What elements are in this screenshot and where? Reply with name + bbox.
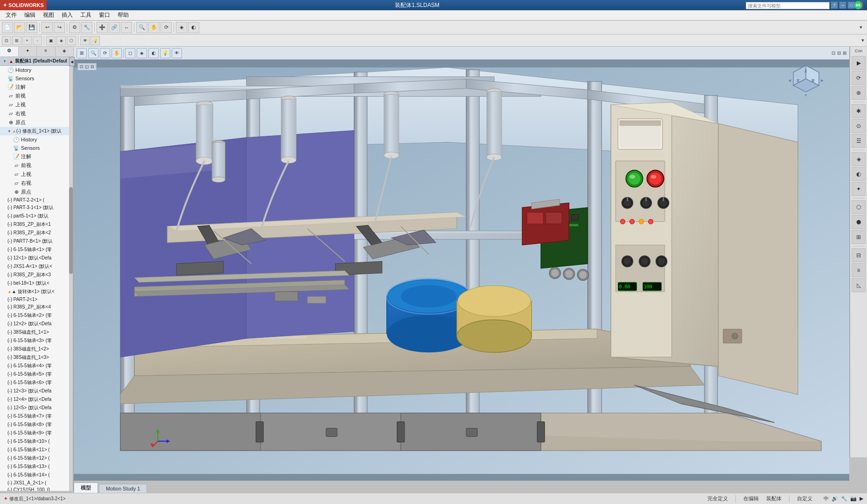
tree-item-origin-2[interactable]: ⊕ 原点 [0, 188, 73, 196]
rp-btn-3[interactable]: ⊕ [852, 86, 866, 100]
view-orient-viewport-btn[interactable]: ◻ [125, 48, 135, 58]
pan-viewport-btn[interactable]: ✋ [112, 48, 122, 58]
rp-btn-14[interactable]: ≡ [852, 263, 866, 277]
rp-btn-6[interactable]: ☰ [852, 134, 866, 148]
tree-item-12-1[interactable]: (-) 12<1> (默认<Defa [0, 254, 73, 262]
rp-btn-9[interactable]: ✦ [852, 182, 866, 196]
tree-item-12x2[interactable]: (-) 12×2> (默认<Defa [0, 320, 73, 328]
tab-motion-study[interactable]: Motion Study 1 [99, 484, 147, 493]
tree-item-subasm-1[interactable]: ▼ ▲ (-) 修改后_1<1> (默认 [0, 127, 73, 135]
fm-tab-feature[interactable]: ⚙ [0, 47, 19, 56]
tree-item-sensors-2[interactable]: 📡 Sensors [0, 144, 73, 152]
section-view-viewport-btn[interactable]: ◐ [148, 48, 159, 58]
tree-item-right-1[interactable]: ▱ 右视 [0, 109, 73, 118]
tree-item-r38s-1[interactable]: (-) R38S_ZP_副本<1 [0, 220, 73, 229]
fm-tab-appearance[interactable]: ◈ [56, 47, 74, 56]
tree-item-annotation-1[interactable]: 📝 注解 [0, 83, 73, 91]
tree-item-bearing-11[interactable]: (-) 6-15-5轴承<11> ( [0, 446, 73, 454]
tree-item-rotate-body[interactable]: ▲ ▲ 旋转体<1> (默认< [0, 287, 73, 296]
tree-item-part5-1[interactable]: (-) part5-1<1> (默认 [0, 212, 73, 220]
display-style-btn[interactable]: ◈ [176, 22, 187, 33]
rp-btn-11[interactable]: ⬢ [852, 215, 866, 229]
tree-scrollbar[interactable] [69, 57, 73, 491]
tree-item-12-3[interactable]: (-) 12<3> (默认<Defa [0, 387, 73, 395]
tree-item-bearing-6[interactable]: (-) 6-15-5轴承<6> (零 [0, 378, 73, 387]
tree-item-r38s-4[interactable]: (-) R38S_ZP_副本<4 [0, 303, 73, 311]
view-rotate-btn[interactable]: ⟳ [161, 22, 172, 33]
tree-item-bearing-9[interactable]: (-) 6-15-5轴承<9> (零 [0, 429, 73, 437]
tree-item-bearing-7[interactable]: (-) 6-15-5轴承<7> (零 [0, 412, 73, 420]
view-pan-btn[interactable]: ✋ [148, 22, 160, 33]
fm-tab-property[interactable]: ✦ [19, 47, 37, 56]
tree-item-jxs1a-1[interactable]: (-) JXS1-A<1> (默认< [0, 262, 73, 271]
tree-item-cy1s15h[interactable]: (-) CY1S15H_100_0 [0, 486, 73, 491]
options-btn[interactable]: 🔧 [81, 22, 92, 33]
window-minimize-btn[interactable]: ─ [839, 1, 846, 9]
hide-all-btn[interactable]: 👁 [172, 48, 182, 58]
tree-item-bearing-12[interactable]: (-) 6-15-5轴承<12> ( [0, 454, 73, 462]
navcube-svg[interactable]: 上 左 前 ▼ ◀ ▶ [789, 63, 824, 98]
view-icon-2[interactable]: ⊟ [837, 50, 841, 56]
root-expand-arrow[interactable]: ▼ [3, 59, 7, 63]
move-component-btn[interactable]: ↔ [121, 22, 132, 33]
rp-btn-4[interactable]: ✱ [852, 104, 866, 118]
new-btn[interactable]: 📄 [2, 22, 13, 33]
menu-insert[interactable]: 插入 [58, 10, 77, 20]
display-mode-btn[interactable]: ◈ [137, 48, 147, 58]
zoom-fit-btn[interactable]: ⊞ [12, 36, 21, 45]
tab-model[interactable]: 模型 [74, 483, 98, 493]
rp-btn-12[interactable]: ⊞ [852, 230, 866, 244]
view-hide-btn[interactable]: 👁 [80, 36, 90, 45]
assembly-root-header[interactable]: ▼ ▲ 装配体1 (Default<Defaul [0, 57, 73, 66]
tree-item-front-1[interactable]: ▱ 前视 [0, 91, 73, 100]
tree-item-12-5[interactable]: (-) 12<5> (默认<Defa [0, 404, 73, 412]
tree-item-bearing-2[interactable]: (-) 6-15-5轴承<2> (零 [0, 311, 73, 320]
save-btn[interactable]: 💾 [26, 22, 37, 33]
viewport-ctrl-icon-1[interactable]: ⊡ [80, 64, 84, 69]
view-orient-btn[interactable]: ⊡ [2, 36, 11, 45]
fm-tab-config[interactable]: ≡ [37, 47, 56, 56]
view-icon-3[interactable]: ⊞ [843, 50, 846, 56]
main-viewport[interactable]: ⊞ 🔍 ⟳ ✋ ◻ ◈ ◐ 💡 👁 ⊡ ⊟ ⊞ [74, 47, 849, 481]
tree-scrollbar-thumb[interactable] [69, 187, 73, 274]
rp-btn-10[interactable]: ⬡ [852, 200, 866, 214]
view-icon-1[interactable]: ⊡ [832, 50, 835, 56]
insert-component-btn[interactable]: ➕ [97, 22, 108, 33]
tree-item-bearing-14[interactable]: (-) 6-15-5轴承<14> ( [0, 471, 73, 479]
zoom-fit-viewport-btn[interactable]: ⊞ [77, 48, 87, 58]
viewport-ctrl-icon-2[interactable]: ◱ [85, 64, 89, 69]
tree-item-jxs1a2[interactable]: (-) JXS1_A_2<1> ( [0, 479, 73, 486]
tree-item-part-2-2[interactable]: (-) PART-2-2<1> ( [0, 196, 73, 203]
undo-btn[interactable]: ↩ [42, 22, 53, 33]
tree-item-sensors-1[interactable]: 📡 Sensors [0, 74, 73, 83]
rp-btn-8[interactable]: ◐ [852, 167, 866, 181]
subasm-1-expand[interactable]: ▼ [7, 129, 11, 133]
section-view-btn[interactable]: ◐ [188, 22, 199, 33]
tree-item-bearing-10[interactable]: (-) 6-15-5轴承<10> ( [0, 437, 73, 446]
mate-btn[interactable]: 🔗 [109, 22, 120, 33]
tree-item-bearing-5[interactable]: (-) 6-15-5轴承<5> (零 [0, 370, 73, 378]
tree-item-history-2[interactable]: 🕐 History [0, 135, 73, 144]
tree-item-part2[interactable]: (-) PART-2<1> [0, 296, 73, 303]
rotate-viewport-btn[interactable]: ⟳ [100, 48, 110, 58]
tree-item-bel18[interactable]: (-) bel-18<1> (默认< [0, 279, 73, 287]
rp-btn-5[interactable]: ⊙ [852, 119, 866, 133]
menu-tools[interactable]: 工具 [77, 10, 95, 20]
menu-file[interactable]: 文件 [2, 10, 21, 20]
viewport-ctrl-icon-3[interactable]: ⊟ [91, 64, 94, 69]
tree-item-bearing-3[interactable]: (-) 6-15-5轴承<3> (零 [0, 336, 73, 345]
zoom-out-btn[interactable]: - [33, 36, 42, 45]
tree-item-disk-tray-2[interactable]: (-) 38S磁盘托_1<2> [0, 345, 73, 353]
zoom-in-btn[interactable]: + [22, 36, 32, 45]
tree-item-r38s-3[interactable]: (-) R38S_ZP_副本<3 [0, 271, 73, 279]
tree-item-part-3-1[interactable]: (-) PART-3-1<1> (默认 [0, 203, 73, 212]
tree-item-r38s-2[interactable]: (-) R38S_ZP_副本<2 [0, 229, 73, 237]
redo-btn[interactable]: ↪ [54, 22, 65, 33]
tree-item-history-1[interactable]: 🕐 History [0, 66, 73, 74]
tree-item-part7b[interactable]: (-) PART7-B<1> (默认 [0, 237, 73, 245]
tree-item-bearing-1[interactable]: (-) 6-15-5轴承<1> (零 [0, 245, 73, 254]
menu-view[interactable]: 视图 [39, 10, 58, 20]
zoom-viewport-btn[interactable]: 🔍 [88, 48, 98, 58]
tree-item-annotation-2[interactable]: 📝 注解 [0, 152, 73, 161]
open-btn[interactable]: 📂 [14, 22, 25, 33]
